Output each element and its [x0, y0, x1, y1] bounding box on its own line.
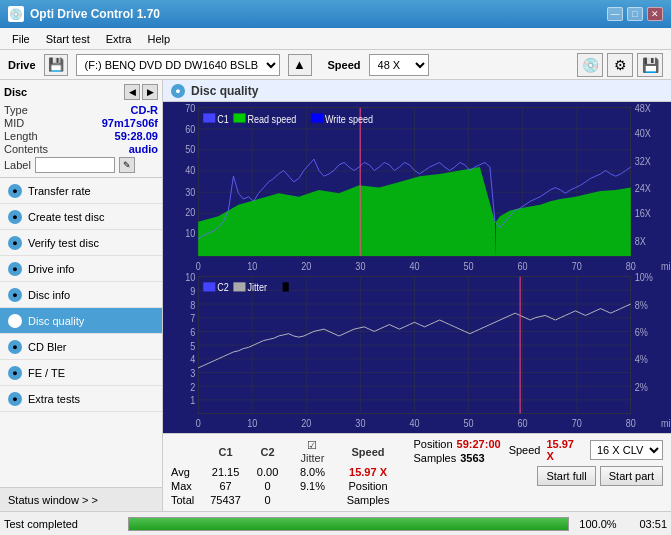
svg-rect-45	[203, 113, 215, 122]
svg-text:70: 70	[185, 103, 195, 115]
svg-text:8%: 8%	[635, 299, 648, 311]
svg-text:40X: 40X	[635, 128, 652, 140]
svg-rect-102	[283, 282, 289, 291]
status-window-button[interactable]: Status window > >	[0, 487, 162, 511]
verify-test-disc-icon: ●	[8, 236, 22, 250]
drive-select[interactable]: (F:) BENQ DVD DD DW1640 BSLB	[76, 54, 280, 76]
sidebar-item-create-test-disc[interactable]: ● Create test disc	[0, 204, 162, 230]
svg-text:Read speed: Read speed	[247, 113, 296, 125]
disc-panel-title: Disc	[4, 86, 27, 98]
sidebar-item-disc-quality[interactable]: ● Disc quality	[0, 308, 162, 334]
svg-text:70: 70	[572, 418, 582, 430]
svg-rect-100	[233, 282, 245, 291]
save-icon[interactable]: 💾	[637, 53, 663, 77]
svg-text:24X: 24X	[635, 183, 652, 195]
svg-text:10: 10	[247, 418, 257, 430]
disc-prev-icon[interactable]: ◀	[124, 84, 140, 100]
drive-eject-icon[interactable]: ▲	[288, 54, 312, 76]
drive-info-icon: ●	[8, 262, 22, 276]
nav-label-cd-bler: CD Bler	[28, 341, 67, 353]
speed-select[interactable]: 48 X	[369, 54, 429, 76]
menu-start-test[interactable]: Start test	[38, 31, 98, 47]
disc-length-key: Length	[4, 130, 38, 142]
svg-text:20: 20	[301, 260, 311, 272]
sidebar-item-cd-bler[interactable]: ● CD Bler	[0, 334, 162, 360]
avg-c1: 21.15	[202, 465, 249, 479]
clv-select[interactable]: 16 X CLV	[590, 440, 663, 460]
disc-mid-val: 97m17s06f	[102, 117, 158, 129]
app-icon: 💿	[8, 6, 24, 22]
drive-label: Drive	[8, 59, 36, 71]
drive-browse-icon[interactable]: 💾	[44, 54, 68, 76]
speed-label-ctrl: Speed	[509, 444, 541, 456]
svg-text:20: 20	[301, 418, 311, 430]
svg-text:6: 6	[190, 326, 195, 338]
disc-panel: Disc ◀ ▶ Type CD-R MID 97m17s06f Length …	[0, 80, 162, 178]
svg-text:0: 0	[196, 260, 201, 272]
disc-next-icon[interactable]: ▶	[142, 84, 158, 100]
disc-edit-button[interactable]: ✎	[119, 157, 135, 173]
nav-label-transfer-rate: Transfer rate	[28, 185, 91, 197]
start-full-button[interactable]: Start full	[537, 466, 595, 486]
svg-text:min: min	[661, 418, 671, 430]
total-label: Total	[171, 493, 202, 507]
charts-svg: 70 60 50 40 30 20 10 48X 40X 32X 24X 16X…	[163, 102, 671, 433]
start-part-button[interactable]: Start part	[600, 466, 663, 486]
sidebar-item-fe-te[interactable]: ● FE / TE	[0, 360, 162, 386]
max-c2: 0	[249, 479, 286, 493]
svg-text:80: 80	[626, 260, 636, 272]
svg-text:C1: C1	[217, 113, 229, 125]
sidebar: Disc ◀ ▶ Type CD-R MID 97m17s06f Length …	[0, 80, 163, 511]
speed-label: Speed	[328, 59, 361, 71]
content-title: Disc quality	[191, 84, 258, 98]
svg-text:Write speed: Write speed	[325, 113, 373, 125]
jitter-header: Jitter	[301, 452, 325, 464]
sidebar-item-disc-info[interactable]: ● Disc info	[0, 282, 162, 308]
disc-label-input[interactable]	[35, 157, 115, 173]
svg-text:60: 60	[185, 123, 195, 135]
maximize-button[interactable]: □	[627, 7, 643, 21]
svg-text:9: 9	[190, 285, 195, 297]
sidebar-item-drive-info[interactable]: ● Drive info	[0, 256, 162, 282]
sidebar-item-transfer-rate[interactable]: ● Transfer rate	[0, 178, 162, 204]
max-label: Max	[171, 479, 202, 493]
svg-rect-47	[233, 113, 245, 122]
status-bar: Test completed 100.0% 03:51	[0, 511, 671, 535]
status-window-label: Status window > >	[8, 494, 98, 506]
cd-bler-icon: ●	[8, 340, 22, 354]
bottom-panel: C1 C2 ☑ Jitter Speed Avg 21.15	[163, 433, 671, 511]
disc-icon[interactable]: 💿	[577, 53, 603, 77]
svg-text:70: 70	[572, 260, 582, 272]
pos-val: 59:27:00	[457, 438, 501, 450]
svg-text:50: 50	[185, 144, 195, 156]
avg-c2: 0.00	[249, 465, 286, 479]
menu-file[interactable]: File	[4, 31, 38, 47]
avg-speed: 15.97 X	[339, 465, 398, 479]
svg-text:6%: 6%	[635, 326, 648, 338]
disc-mid-key: MID	[4, 117, 24, 129]
sidebar-item-verify-test-disc[interactable]: ● Verify test disc	[0, 230, 162, 256]
svg-text:32X: 32X	[635, 155, 652, 167]
svg-text:10: 10	[247, 260, 257, 272]
svg-text:50: 50	[464, 418, 474, 430]
max-jitter: 9.1%	[286, 479, 338, 493]
svg-text:8: 8	[190, 299, 195, 311]
settings-icon[interactable]: ⚙	[607, 53, 633, 77]
disc-contents-val: audio	[129, 143, 158, 155]
content-header-icon: ●	[171, 84, 185, 98]
menu-help[interactable]: Help	[139, 31, 178, 47]
total-c2: 0	[249, 493, 286, 507]
disc-type-key: Type	[4, 104, 28, 116]
svg-text:30: 30	[185, 186, 195, 198]
progress-text: 100.0%	[573, 518, 623, 530]
nav-label-extra-tests: Extra tests	[28, 393, 80, 405]
nav-label-fe-te: FE / TE	[28, 367, 65, 379]
sidebar-item-extra-tests[interactable]: ● Extra tests	[0, 386, 162, 412]
fe-te-icon: ●	[8, 366, 22, 380]
minimize-button[interactable]: —	[607, 7, 623, 21]
close-button[interactable]: ✕	[647, 7, 663, 21]
menu-extra[interactable]: Extra	[98, 31, 140, 47]
max-pos-label: Position	[339, 479, 398, 493]
svg-text:2: 2	[190, 381, 195, 393]
svg-text:40: 40	[409, 260, 419, 272]
